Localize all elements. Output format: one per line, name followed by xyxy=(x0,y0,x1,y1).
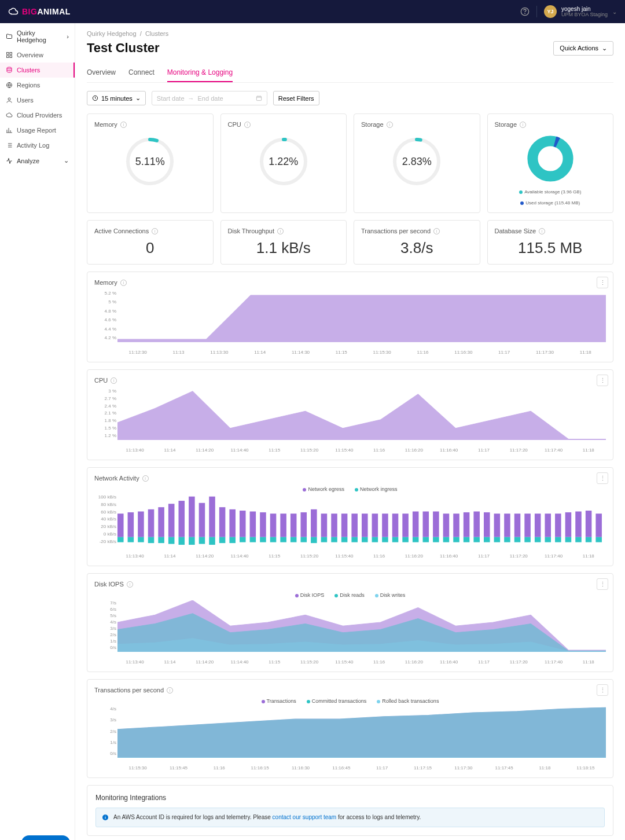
svg-rect-67 xyxy=(351,513,358,537)
svg-rect-89 xyxy=(464,512,470,537)
help-icon[interactable] xyxy=(520,7,530,16)
svg-point-6 xyxy=(7,67,12,69)
gauge-card-cpu: CPUi 1.22% xyxy=(220,113,347,213)
sidebar-item-users[interactable]: Users xyxy=(0,93,75,108)
info-icon[interactable]: i xyxy=(111,377,117,384)
svg-rect-55 xyxy=(291,513,297,537)
cloud-icon xyxy=(6,112,13,119)
svg-rect-77 xyxy=(402,513,409,537)
chart-network activity: ⋮ Network Activityi Network egressNetwor… xyxy=(87,467,613,566)
metric-card: Transactions per secondi 3.8/s xyxy=(354,220,480,265)
tab-connect[interactable]: Connect xyxy=(128,64,155,82)
info-icon[interactable]: i xyxy=(277,228,284,234)
date-range-picker[interactable]: Start date → End date xyxy=(152,91,267,105)
info-icon[interactable]: i xyxy=(152,228,158,234)
info-icon[interactable]: i xyxy=(120,122,127,128)
svg-rect-98 xyxy=(504,537,510,542)
svg-rect-64 xyxy=(331,537,337,542)
sidebar-item-cloud-providers[interactable]: Cloud Providers xyxy=(0,108,75,123)
footer: © 2023 Copyright EnterpriseDB Corporatio… xyxy=(87,836,613,840)
svg-rect-74 xyxy=(382,537,388,542)
info-icon[interactable]: i xyxy=(387,122,393,128)
user-name: yogesh jain xyxy=(561,6,608,12)
sidebar-item-analyze[interactable]: Analyze ⌄ xyxy=(0,153,75,168)
svg-rect-34 xyxy=(178,537,185,545)
svg-rect-84 xyxy=(433,537,439,542)
user-org: UPM BYOA Staging xyxy=(561,12,608,18)
info-icon[interactable]: i xyxy=(120,280,127,286)
logo[interactable]: BIGANIMAL xyxy=(8,6,71,17)
chart-menu-button[interactable]: ⋮ xyxy=(597,578,608,590)
svg-rect-76 xyxy=(392,537,399,542)
info-icon xyxy=(102,814,109,821)
sidebar-item-regions[interactable]: Regions xyxy=(0,78,75,93)
svg-rect-82 xyxy=(422,537,429,542)
integrations-card: Monitoring Integrations An AWS Account I… xyxy=(87,785,613,836)
svg-rect-60 xyxy=(311,537,317,543)
svg-rect-80 xyxy=(413,537,419,542)
metric-card: Database Sizei 115.5 MB xyxy=(487,220,614,265)
svg-rect-69 xyxy=(362,513,368,537)
svg-rect-75 xyxy=(392,513,399,537)
info-icon[interactable]: i xyxy=(520,122,526,128)
svg-rect-73 xyxy=(382,513,388,537)
svg-point-1 xyxy=(525,13,525,14)
tab-overview[interactable]: Overview xyxy=(87,64,116,82)
svg-rect-46 xyxy=(240,537,246,542)
chart-menu-button[interactable]: ⋮ xyxy=(597,277,608,288)
info-icon[interactable]: i xyxy=(539,228,545,234)
quick-actions-button[interactable]: Quick Actions⌄ xyxy=(553,41,613,56)
gauge-card-memory: Memoryi 5.11% xyxy=(87,113,214,213)
svg-rect-79 xyxy=(413,512,419,537)
info-icon[interactable]: i xyxy=(244,122,251,128)
svg-rect-86 xyxy=(443,537,450,542)
svg-rect-57 xyxy=(300,512,307,537)
user-menu[interactable]: YJ yogesh jain UPM BYOA Staging ⌄ xyxy=(544,5,617,18)
support-link[interactable]: contact our support team xyxy=(273,814,337,820)
info-icon[interactable]: i xyxy=(433,228,440,234)
breadcrumb: Quirky Hedgehog / Clusters xyxy=(87,30,613,37)
breadcrumb-section[interactable]: Clusters xyxy=(145,30,168,37)
svg-rect-108 xyxy=(555,537,561,542)
svg-rect-95 xyxy=(494,513,501,537)
svg-rect-51 xyxy=(270,513,277,537)
svg-rect-97 xyxy=(504,513,510,537)
chart-menu-button[interactable]: ⋮ xyxy=(597,375,608,386)
chevron-down-icon: ⌄ xyxy=(64,157,69,164)
svg-rect-65 xyxy=(341,513,348,537)
svg-rect-107 xyxy=(555,513,561,537)
collapse-sidebar-button[interactable] xyxy=(5,838,13,841)
project-selector[interactable]: Quirky Hedgehog › xyxy=(0,25,75,47)
sidebar-item-overview[interactable]: Overview xyxy=(0,47,75,63)
svg-rect-33 xyxy=(178,501,185,537)
info-banner: An AWS Account ID is required for logs a… xyxy=(95,808,605,827)
chart-menu-button[interactable]: ⋮ xyxy=(597,472,608,484)
tab-monitoring[interactable]: Monitoring & Logging xyxy=(167,64,233,82)
svg-rect-42 xyxy=(219,537,226,543)
chevron-down-icon: ⌄ xyxy=(612,9,617,15)
breadcrumb-project[interactable]: Quirky Hedgehog xyxy=(87,30,137,37)
svg-rect-25 xyxy=(138,512,144,537)
svg-rect-106 xyxy=(545,537,551,542)
reset-filters-button[interactable]: Reset Filters xyxy=(273,91,319,105)
info-icon[interactable]: i xyxy=(127,581,133,588)
svg-rect-83 xyxy=(433,512,439,537)
sidebar-item-usage-report[interactable]: Usage Report xyxy=(0,123,75,138)
chart-menu-button[interactable]: ⋮ xyxy=(597,684,608,696)
svg-rect-110 xyxy=(565,537,572,542)
svg-rect-40 xyxy=(209,537,215,545)
svg-rect-90 xyxy=(464,537,470,542)
svg-rect-61 xyxy=(321,513,328,537)
sidebar-item-clusters[interactable]: Clusters xyxy=(0,63,75,78)
timerange-selector[interactable]: 15 minutes ⌄ xyxy=(87,91,146,105)
support-button[interactable]: Support xyxy=(21,835,70,840)
svg-rect-96 xyxy=(494,537,501,542)
info-icon[interactable]: i xyxy=(142,475,149,482)
svg-rect-32 xyxy=(168,537,175,544)
grid-icon xyxy=(6,52,13,58)
svg-rect-21 xyxy=(117,513,124,537)
sidebar-item-activity-log[interactable]: Activity Log xyxy=(0,138,75,153)
svg-rect-24 xyxy=(128,537,134,542)
svg-rect-100 xyxy=(514,537,521,542)
info-icon[interactable]: i xyxy=(167,687,173,694)
